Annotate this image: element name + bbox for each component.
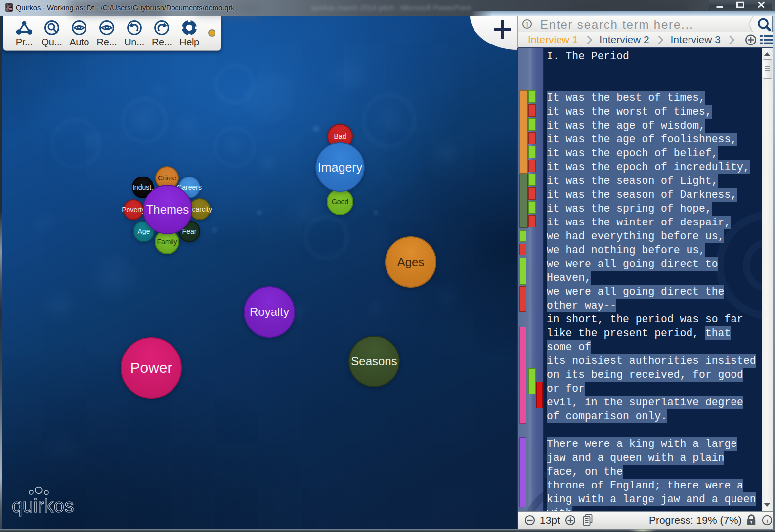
svg-text:quirkos: quirkos: [12, 495, 74, 516]
svg-text:i: i: [766, 517, 768, 524]
